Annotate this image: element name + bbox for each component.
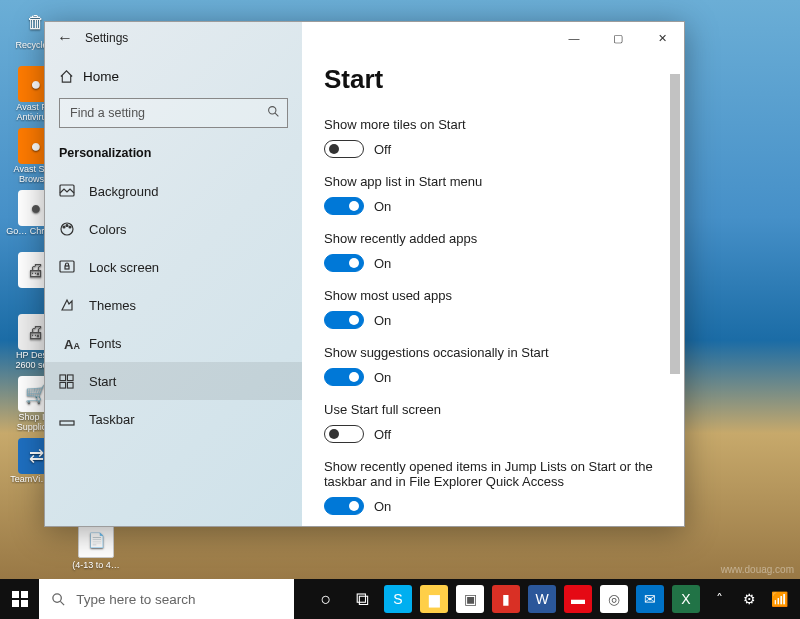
settings-main: — ▢ ✕ Start Show more tiles on Start Off…: [302, 22, 684, 526]
nav-item-lock[interactable]: Lock screen: [45, 248, 302, 286]
content-area: Start Show more tiles on Start Off Show …: [302, 54, 684, 526]
option-label: Show recently opened items in Jump Lists…: [324, 459, 662, 489]
tray-chevron-icon[interactable]: ˄: [704, 579, 734, 619]
svg-rect-14: [12, 591, 19, 598]
system-tray: ˄⚙📶: [704, 579, 800, 619]
toggle-state-text: On: [374, 499, 391, 514]
svg-rect-11: [60, 382, 66, 388]
section-label: Personalization: [45, 138, 302, 172]
toggle-state-text: On: [374, 256, 391, 271]
nav-item-label: Background: [89, 184, 158, 199]
option-row: On: [324, 197, 662, 215]
svg-point-5: [66, 225, 68, 227]
file-label: (4-13 to 4…: [66, 560, 126, 570]
taskbar-app-store[interactable]: ▣: [452, 579, 488, 619]
toggle-switch[interactable]: [324, 254, 364, 272]
watermark: www.douag.com: [721, 564, 794, 575]
taskbar-app-task-view[interactable]: ⧉: [344, 579, 380, 619]
nav-item-background[interactable]: Background: [45, 172, 302, 210]
search-box: [59, 98, 288, 128]
option-1: Show app list in Start menu On: [324, 174, 662, 215]
toggle-state-text: Off: [374, 427, 391, 442]
taskbar-app-pdf[interactable]: ▮: [488, 579, 524, 619]
taskbar-app-netflix[interactable]: ▬: [560, 579, 596, 619]
option-label: Show suggestions occasionally in Start: [324, 345, 662, 360]
start-button[interactable]: [0, 579, 39, 619]
toggle-switch[interactable]: [324, 368, 364, 386]
option-3: Show most used apps On: [324, 288, 662, 329]
svg-rect-12: [67, 382, 73, 388]
nav-item-label: Colors: [89, 222, 127, 237]
svg-rect-10: [67, 374, 73, 380]
toggle-switch[interactable]: [324, 197, 364, 215]
option-row: On: [324, 368, 662, 386]
option-5: Use Start full screen Off: [324, 402, 662, 443]
svg-line-19: [61, 601, 65, 605]
taskbar-app-word[interactable]: W: [524, 579, 560, 619]
scroll-thumb[interactable]: [670, 74, 680, 374]
app-title: Settings: [85, 31, 128, 45]
tray-wifi-icon[interactable]: 📶: [764, 579, 794, 619]
toggle-switch[interactable]: [324, 311, 364, 329]
toggle-switch[interactable]: [324, 497, 364, 515]
window-controls: — ▢ ✕: [302, 22, 684, 54]
taskbar-search-placeholder: Type here to search: [76, 592, 195, 607]
svg-point-0: [269, 107, 276, 114]
toggle-switch[interactable]: [324, 425, 364, 443]
option-row: On: [324, 254, 662, 272]
svg-line-1: [275, 113, 278, 116]
desktop-file[interactable]: 📄 (4-13 to 4…: [66, 522, 126, 570]
option-label: Show app list in Start menu: [324, 174, 662, 189]
toggle-state-text: On: [374, 370, 391, 385]
svg-point-4: [63, 226, 65, 228]
settings-window: ← Settings Home Personalization Backgrou…: [44, 21, 685, 527]
option-row: Off: [324, 140, 662, 158]
search-input[interactable]: [59, 98, 288, 128]
search-wrap: [45, 98, 302, 138]
taskbar-app-skype[interactable]: S: [380, 579, 416, 619]
taskbar-app-cortana[interactable]: ○: [308, 579, 344, 619]
home-nav[interactable]: Home: [45, 54, 302, 98]
taskbar-apps: ○⧉S▆▣▮W▬◎✉X: [294, 579, 704, 619]
nav-item-taskbar[interactable]: Taskbar: [45, 400, 302, 438]
home-label: Home: [83, 69, 119, 84]
nav-item-themes[interactable]: Themes: [45, 286, 302, 324]
nav-item-fonts[interactable]: AAFonts: [45, 324, 302, 362]
svg-rect-8: [65, 266, 69, 269]
nav-item-label: Taskbar: [89, 412, 135, 427]
option-row: Off: [324, 425, 662, 443]
taskbar: Type here to search ○⧉S▆▣▮W▬◎✉X ˄⚙📶: [0, 579, 800, 619]
option-row: On: [324, 311, 662, 329]
close-button[interactable]: ✕: [640, 22, 684, 54]
desktop: 🗑Recycle…●Avast F… Antiviru…●Avast Se… B…: [0, 0, 800, 619]
nav-item-label: Lock screen: [89, 260, 159, 275]
scrollbar[interactable]: [668, 74, 682, 522]
option-label: Show more tiles on Start: [324, 117, 662, 132]
svg-point-6: [69, 226, 71, 228]
maximize-button[interactable]: ▢: [596, 22, 640, 54]
lock-icon: [59, 259, 85, 275]
titlebar: ← Settings: [45, 22, 302, 54]
toggle-state-text: Off: [374, 142, 391, 157]
option-row: On: [324, 497, 662, 515]
svg-point-18: [53, 593, 61, 601]
taskbar-icon: [59, 411, 85, 427]
svg-rect-17: [21, 600, 28, 607]
taskbar-search[interactable]: Type here to search: [39, 579, 294, 619]
option-0: Show more tiles on Start Off: [324, 117, 662, 158]
toggle-switch[interactable]: [324, 140, 364, 158]
nav-item-colors[interactable]: Colors: [45, 210, 302, 248]
tray-settings-icon[interactable]: ⚙: [734, 579, 764, 619]
back-button[interactable]: ←: [45, 29, 85, 47]
taskbar-app-chrome[interactable]: ◎: [596, 579, 632, 619]
minimize-button[interactable]: —: [552, 22, 596, 54]
nav-item-start[interactable]: Start: [45, 362, 302, 400]
nav-item-label: Fonts: [89, 336, 122, 351]
svg-rect-9: [60, 374, 66, 380]
taskbar-app-excel[interactable]: X: [668, 579, 704, 619]
start-icon: [59, 374, 85, 389]
taskbar-app-mail[interactable]: ✉: [632, 579, 668, 619]
taskbar-app-file-explorer[interactable]: ▆: [416, 579, 452, 619]
search-icon: [51, 592, 66, 607]
svg-rect-16: [12, 600, 19, 607]
